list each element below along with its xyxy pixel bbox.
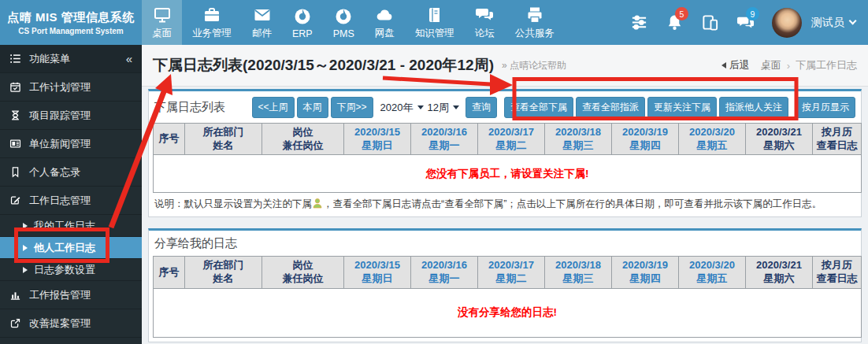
- sidebar-item-label: 改善提案管理: [29, 316, 91, 331]
- nav-item-论坛[interactable]: 论坛: [465, 0, 505, 45]
- panel1-title: 下属日志列表: [154, 100, 225, 115]
- column-header-2020/3/21[interactable]: 2020/3/21星期六: [746, 257, 813, 288]
- top-nav-items: 桌面业务管理邮件ERPPMS网盘知识管理论坛公共服务: [142, 0, 565, 45]
- sidebar-item-个人备忘录[interactable]: 个人备忘录: [0, 158, 142, 187]
- nav-item-业务管理[interactable]: 业务管理: [182, 0, 242, 45]
- notifications-bell-icon[interactable]: 5: [666, 13, 684, 31]
- sidebar-subitem-他人工作日志[interactable]: 他人工作日志: [0, 237, 142, 259]
- column-header-line1: 所在部门: [185, 259, 262, 272]
- sidebar-subitem-我的工作日志[interactable]: 我的工作日志: [0, 215, 142, 237]
- column-header-line2: 星期日: [344, 272, 410, 286]
- column-header-2020/3/20[interactable]: 2020/3/20星期五: [679, 257, 746, 288]
- column-header-line2: 星期五: [679, 272, 745, 286]
- column-header-2020/3/15[interactable]: 2020/3/15星期日: [344, 124, 411, 155]
- column-header-2020/3/18[interactable]: 2020/3/18星期三: [545, 124, 612, 155]
- caret-right-icon: [22, 223, 28, 229]
- nav-item-网盘[interactable]: 网盘: [365, 0, 405, 45]
- sidebar-header[interactable]: 功能菜单«: [0, 45, 142, 73]
- sidebar-item-工作日志管理[interactable]: 工作日志管理: [0, 187, 142, 215]
- nav-item-PMS[interactable]: PMS: [323, 0, 365, 45]
- settings-sliders-icon[interactable]: [630, 13, 648, 31]
- column-header-2020/3/17[interactable]: 2020/3/17星期二: [478, 257, 545, 288]
- subordinate-log-table: 序号所在部门姓名岗位兼任岗位2020/3/15星期日2020/3/16星期一20…: [153, 123, 862, 193]
- nav-item-ERP[interactable]: ERP: [282, 0, 323, 45]
- nav-item-知识管理[interactable]: 知识管理: [405, 0, 465, 45]
- nav-item-桌面[interactable]: 桌面: [142, 0, 182, 45]
- breadcrumb: 后退 桌面 › 下属工作日志: [721, 58, 857, 72]
- table-row: 您没有下属员工，请设置关注下属!: [154, 155, 862, 193]
- back-button[interactable]: 后退: [729, 58, 750, 72]
- column-header-2020/3/19[interactable]: 2020/3/19星期四: [612, 257, 679, 288]
- week-nav-button[interactable]: <<上周: [252, 97, 295, 118]
- external-icon: [9, 317, 22, 330]
- action-button[interactable]: 查看全部指派: [576, 97, 645, 118]
- brand-logo[interactable]: 点晴 MIS 管理信息系统 CS Port Managment System: [0, 0, 142, 45]
- forum-help-link[interactable]: » 点晴论坛帮助: [502, 59, 566, 72]
- sidebar-item-改善提案管理[interactable]: 改善提案管理: [0, 309, 142, 338]
- column-header-2020/3/19[interactable]: 2020/3/19星期四: [612, 124, 679, 155]
- year-select[interactable]: 2020年: [380, 101, 424, 115]
- nav-item-label: 知识管理: [415, 27, 454, 40]
- week-nav-button[interactable]: 本周: [297, 97, 328, 118]
- brand-title: 点晴 MIS 管理信息系统: [7, 10, 135, 25]
- column-header-2020/3/15[interactable]: 2020/3/15星期日: [344, 257, 411, 288]
- messages-chat-icon[interactable]: 9: [736, 13, 755, 31]
- note-text-after: ，查看全部下属日志请点击“查看全部下属”；点击以上下属所在行的具体日期，即可查看…: [323, 198, 822, 209]
- nav-item-邮件[interactable]: 邮件: [242, 0, 282, 45]
- sidebar-menu: 功能菜单«工作计划管理项目跟踪管理单位新闻管理个人备忘录工作日志管理我的工作日志…: [0, 45, 142, 344]
- notification-count-badge: 5: [675, 7, 688, 20]
- caret-down-icon: [417, 105, 424, 109]
- panel2-title: 分享给我的日志: [154, 236, 237, 251]
- week-select[interactable]: 12周: [428, 101, 459, 115]
- column-header-2020/3/17[interactable]: 2020/3/17星期二: [478, 124, 545, 155]
- column-header-line2: 姓名: [185, 272, 262, 286]
- collapse-sidebar-icon[interactable]: «: [126, 52, 132, 65]
- shared-log-panel: 分享给我的日志 序号所在部门姓名岗位兼任岗位2020/3/15星期日2020/3…: [148, 228, 862, 342]
- column-header-2020/3/18[interactable]: 2020/3/18星期三: [545, 257, 612, 288]
- devices-icon[interactable]: [701, 13, 719, 31]
- calendar-icon: [9, 81, 22, 94]
- query-button[interactable]: 查询: [466, 97, 497, 118]
- column-header-line1: 按月历: [813, 259, 861, 272]
- sidebar-subitem-label: 日志参数设置: [34, 263, 95, 277]
- nav-item-label: 公共服务: [515, 27, 555, 40]
- column-header-line1: 2020/3/18: [545, 126, 611, 139]
- column-header-line1: 2020/3/17: [478, 126, 544, 139]
- column-header-line1: 2020/3/16: [411, 259, 477, 272]
- action-button[interactable]: 指派他人关注: [719, 97, 788, 118]
- top-navbar: 点晴 MIS 管理信息系统 CS Port Managment System 桌…: [0, 0, 868, 45]
- sidebar-item-单位新闻管理[interactable]: 单位新闻管理: [0, 130, 142, 158]
- nav-item-公共服务[interactable]: 公共服务: [505, 0, 565, 45]
- sidebar-item-项目跟踪管理[interactable]: 项目跟踪管理: [0, 102, 142, 130]
- desktop-icon: [153, 5, 172, 25]
- column-header-line1: 按月历: [813, 126, 861, 139]
- column-header-line1: 2020/3/19: [612, 126, 678, 139]
- action-button[interactable]: 更新关注下属: [647, 97, 717, 118]
- column-header-2020/3/21[interactable]: 2020/3/21星期六: [746, 124, 813, 155]
- week-nav-button[interactable]: 下周>>: [331, 97, 373, 118]
- column-header-line2: 星期一: [411, 272, 477, 286]
- chart-icon: [9, 289, 22, 301]
- table-header-row: 序号所在部门姓名岗位兼任岗位2020/3/15星期日2020/3/16星期一20…: [154, 124, 862, 155]
- app-window: 点晴 MIS 管理信息系统 CS Port Managment System 桌…: [0, 0, 868, 344]
- sidebar-item-工作报告管理[interactable]: 工作报告管理: [0, 281, 142, 309]
- column-header-序号: 序号: [154, 124, 185, 155]
- user-avatar[interactable]: [772, 8, 802, 38]
- sidebar-subitem-日志参数设置[interactable]: 日志参数设置: [0, 259, 142, 281]
- column-header-2020/3/20[interactable]: 2020/3/20星期五: [679, 124, 746, 155]
- sidebar-item-label: 个人备忘录: [29, 165, 80, 179]
- action-button[interactable]: 查看全部下属: [504, 97, 573, 118]
- column-header-line2: 查看日志: [813, 272, 861, 286]
- sidebar-item-label: 工作报告管理: [29, 288, 91, 302]
- nav-item-label: 邮件: [252, 27, 272, 40]
- user-menu[interactable]: 测试员: [811, 16, 855, 30]
- monthly-view-button[interactable]: 按月历显示: [796, 97, 855, 118]
- column-header-2020/3/16[interactable]: 2020/3/16星期一: [411, 124, 478, 155]
- column-header-line1: 2020/3/18: [545, 259, 611, 272]
- chevron-down-icon: [848, 17, 856, 25]
- erp-logo-icon: [293, 6, 312, 27]
- breadcrumb-home[interactable]: 桌面: [761, 58, 781, 72]
- subordinate-log-panel: 下属日志列表 <<上周本周下周>> 2020年 12周 查询 查看全部下属查看全…: [148, 89, 862, 217]
- sidebar-item-工作计划管理[interactable]: 工作计划管理: [0, 73, 142, 102]
- column-header-2020/3/16[interactable]: 2020/3/16星期一: [411, 257, 478, 288]
